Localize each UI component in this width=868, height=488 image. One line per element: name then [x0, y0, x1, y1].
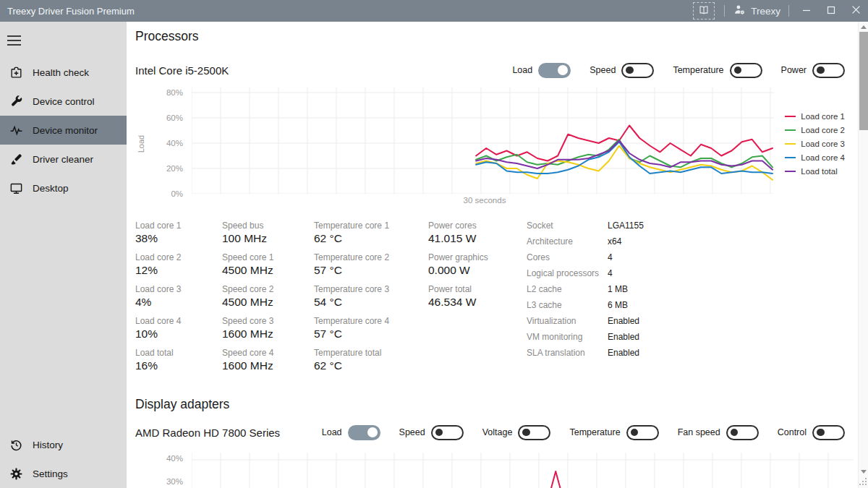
ytick-60: 60% [135, 113, 183, 123]
stat-temp-core-4: Temperature core 457 °C [314, 316, 428, 341]
sidebar-item-label: History [33, 440, 63, 450]
first-aid-kit-icon [9, 65, 23, 80]
account-name: Treexy [751, 6, 780, 17]
toggle-switch[interactable] [348, 425, 380, 440]
legend-item: Load core 4 [785, 153, 845, 162]
toggle-switch[interactable] [518, 425, 550, 440]
minimize-button[interactable] [794, 0, 819, 22]
toggle-switch[interactable] [621, 63, 654, 78]
sidebar-item-label: Health check [33, 67, 89, 78]
cpu-stats: Load core 138% Load core 212% Load core … [135, 221, 845, 380]
cpu-toggle-load[interactable]: Load [512, 63, 571, 78]
gpu-toggle-speed[interactable]: Speed [399, 425, 464, 440]
sidebar-item-health-check[interactable]: Health check [0, 58, 127, 87]
titlebar-right: Treexy [693, 0, 868, 22]
gpu-toggle-temperature[interactable]: Temperature [569, 425, 658, 440]
gpu-device-name: AMD Radeon HD 7800 Series [135, 427, 280, 439]
stat-load-core-3: Load core 34% [135, 284, 222, 309]
stats-load-column: Load core 138% Load core 212% Load core … [135, 221, 222, 380]
cpu-chart-legend: Load core 1 Load core 2 Load core 3 Load… [785, 112, 845, 176]
series-swatch [785, 171, 796, 173]
series-swatch [785, 116, 796, 118]
property-socket: SocketLGA1155 [527, 221, 644, 231]
property-virtualization: VirtualizationEnabled [527, 316, 644, 326]
stat-temp-total: Temperature total62 °C [314, 348, 428, 372]
cpu-toggle-temperature[interactable]: Temperature [673, 63, 762, 78]
toggle-switch[interactable] [812, 63, 845, 78]
property-vm-monitoring: VM monitoringEnabled [527, 332, 644, 342]
gpu-toggle-load[interactable]: Load [322, 425, 380, 440]
toggle-switch[interactable] [626, 425, 659, 440]
brush-icon [9, 152, 23, 166]
stats-power-column: Power cores41.015 W Power graphics0.000 … [428, 221, 527, 380]
gpu-toggle-voltage[interactable]: Voltage [482, 425, 551, 440]
section-title-processors: Processors [135, 29, 845, 44]
scroll-up-button[interactable] [859, 22, 868, 32]
property-l2-cache: L2 cache1 MB [527, 284, 644, 294]
open-book-icon [697, 4, 710, 18]
legend-item: Load core 2 [785, 126, 845, 134]
sidebar-item-driver-cleaner[interactable]: Driver cleaner [0, 145, 127, 174]
maximize-icon [827, 6, 835, 17]
toggle-switch[interactable] [730, 63, 762, 78]
sidebar-item-history[interactable]: History [0, 430, 127, 459]
series-swatch [785, 157, 796, 159]
close-button[interactable] [843, 0, 868, 22]
ytick-40: 40% [135, 138, 183, 148]
sidebar-item-desktop[interactable]: Desktop [0, 174, 127, 202]
ytick-20: 20% [135, 163, 183, 174]
cpu-toggle-power[interactable]: Power [781, 63, 845, 78]
cpu-device-row: Intel Core i5-2500K Load Speed Temperatu… [135, 60, 845, 80]
stat-temp-core-2: Temperature core 257 °C [314, 252, 428, 277]
toggle-switch[interactable] [726, 425, 759, 440]
series-swatch [785, 143, 796, 145]
monitor-icon [9, 181, 23, 195]
gpu-toggle-fan-speed[interactable]: Fan speed [678, 425, 759, 440]
resize-grip-icon[interactable] [859, 477, 867, 487]
stats-speed-column: Speed bus100 MHz Speed core 14500 MHz Sp… [222, 221, 314, 380]
gpu-load-chart: 40% 30% [135, 451, 845, 488]
toggle-switch[interactable] [431, 425, 464, 440]
property-cores: Cores4 [527, 252, 644, 262]
stat-temp-core-3: Temperature core 354 °C [314, 284, 428, 309]
series-swatch [785, 129, 796, 132]
sidebar-item-settings[interactable]: Settings [0, 459, 127, 488]
toggle-switch[interactable] [538, 63, 571, 78]
property-sla-translation: SLA translationEnabled [527, 348, 644, 358]
gpu-toggle-control[interactable]: Control [778, 425, 845, 440]
triangle-down-icon [861, 470, 867, 474]
stat-load-core-4: Load core 410% [135, 316, 222, 341]
sidebar-item-device-control[interactable]: Device control [0, 87, 127, 116]
gpu-device-row: AMD Radeon HD 7800 Series Load Speed Vol… [135, 422, 845, 442]
property-l3-cache: L3 cache6 MB [527, 300, 644, 310]
sidebar-item-device-monitor[interactable]: Device monitor [0, 116, 127, 145]
property-logical-processors: Logical processors4 [527, 268, 644, 278]
cpu-toggle-speed[interactable]: Speed [590, 63, 654, 78]
stat-speed-core-2: Speed core 24500 MHz [222, 284, 314, 309]
sidebar-footer: History Settings [0, 430, 127, 488]
menu-toggle-button[interactable] [7, 32, 27, 49]
section-title-display-adapters: Display adapters [135, 397, 845, 412]
stat-load-total: Load total16% [135, 348, 222, 372]
scroll-thumb[interactable] [859, 32, 868, 130]
account-button[interactable]: Treexy [730, 0, 783, 22]
cpu-device-name: Intel Core i5-2500K [135, 64, 229, 77]
property-architecture: Architecturex64 [527, 236, 644, 247]
stat-temp-core-1: Temperature core 162 °C [314, 221, 428, 245]
close-icon [851, 5, 861, 17]
cpu-load-chart: Load 80% 60% 40% 20% 0% 30 seconds Load … [135, 87, 845, 206]
stat-load-core-1: Load core 138% [135, 221, 222, 245]
maximize-button[interactable] [819, 0, 843, 22]
main-content: Processors Intel Core i5-2500K Load Spee… [127, 22, 858, 488]
stat-power-cores: Power cores41.015 W [428, 221, 527, 245]
ytick-80: 80% [135, 87, 183, 98]
toggle-switch[interactable] [812, 425, 845, 440]
stat-speed-core-3: Speed core 31600 MHz [222, 316, 314, 341]
stat-speed-bus: Speed bus100 MHz [222, 221, 314, 245]
stats-temperature-column: Temperature core 162 °C Temperature core… [314, 221, 428, 380]
scrollbar[interactable] [858, 22, 868, 488]
stat-speed-core-1: Speed core 14500 MHz [222, 252, 314, 277]
scroll-down-button[interactable] [859, 466, 868, 476]
legend-item: Load total [785, 167, 845, 176]
guide-button[interactable] [693, 2, 715, 20]
